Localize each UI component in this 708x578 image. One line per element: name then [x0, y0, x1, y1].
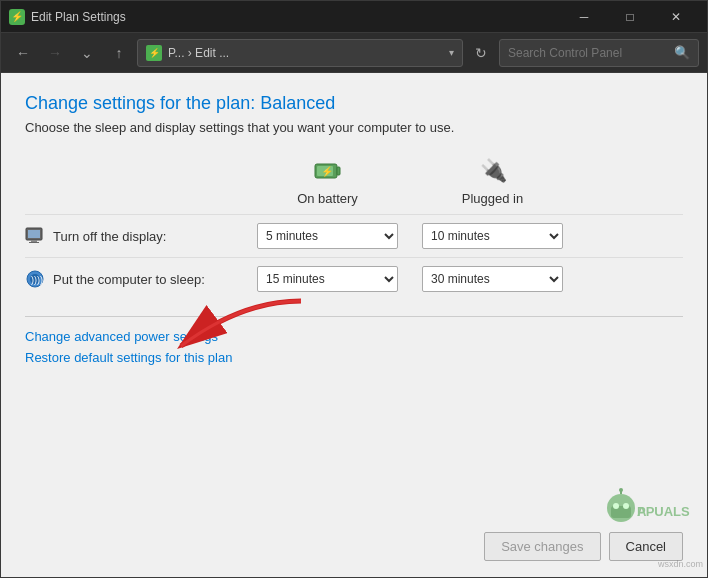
svg-text:A: A: [637, 504, 647, 519]
main-content: Change settings for the plan: Balanced C…: [1, 73, 707, 577]
display-plugged-dropdown-wrapper: 10 minutes 1 minute 2 minutes 5 minutes …: [410, 223, 575, 249]
refresh-button[interactable]: ↻: [467, 39, 495, 67]
display-plugged-select[interactable]: 10 minutes 1 minute 2 minutes 5 minutes …: [422, 223, 563, 249]
svg-rect-1: [337, 167, 340, 175]
address-text: P... › Edit ...: [168, 46, 443, 60]
column-headers: ⚡ On battery 🔌 Plugged in: [25, 155, 683, 206]
links-section: Change advanced power settings Restore d…: [25, 316, 683, 371]
page-subtitle: Choose the sleep and display settings th…: [25, 120, 683, 135]
forward-button[interactable]: →: [41, 39, 69, 67]
search-bar[interactable]: 🔍: [499, 39, 699, 67]
appuals-logo-area: PPUALS A: [601, 488, 691, 542]
address-dropdown-icon[interactable]: ▾: [449, 47, 454, 58]
sleep-icon: )))): [25, 269, 45, 289]
maximize-button[interactable]: □: [607, 1, 653, 33]
sleep-battery-dropdown-wrapper: 15 minutes 1 minute 2 minutes 5 minutes …: [245, 266, 410, 292]
minimize-button[interactable]: ─: [561, 1, 607, 33]
nav-bar: ← → ⌄ ↑ ⚡ P... › Edit ... ▾ ↻ 🔍: [1, 33, 707, 73]
dropdown-button[interactable]: ⌄: [73, 39, 101, 67]
back-button[interactable]: ←: [9, 39, 37, 67]
title-bar: ⚡ Edit Plan Settings ─ □ ✕: [1, 1, 707, 33]
plugged-column-header: 🔌 Plugged in: [410, 155, 575, 206]
svg-point-18: [619, 488, 623, 492]
advanced-power-settings-link[interactable]: Change advanced power settings: [25, 329, 683, 344]
up-button[interactable]: ↑: [105, 39, 133, 67]
sleep-label: )))) Put the computer to sleep:: [25, 269, 245, 289]
search-icon: 🔍: [674, 45, 690, 60]
page-title: Change settings for the plan: Balanced: [25, 93, 683, 114]
restore-defaults-link[interactable]: Restore default settings for this plan: [25, 350, 683, 365]
save-button[interactable]: Save changes: [484, 532, 600, 561]
watermark: wsxdn.com: [658, 559, 703, 569]
address-bar[interactable]: ⚡ P... › Edit ... ▾: [137, 39, 463, 67]
display-battery-select[interactable]: 5 minutes 1 minute 2 minutes 3 minutes 1…: [257, 223, 398, 249]
svg-point-15: [613, 503, 619, 509]
sleep-plugged-select[interactable]: 30 minutes 1 minute 5 minutes 10 minutes…: [422, 266, 563, 292]
window: ⚡ Edit Plan Settings ─ □ ✕ ← → ⌄ ↑ ⚡ P..…: [0, 0, 708, 578]
svg-text:)))): )))): [31, 275, 43, 285]
display-label-text: Turn off the display:: [53, 229, 166, 244]
sleep-setting-row: )))) Put the computer to sleep: 15 minut…: [25, 257, 683, 300]
window-controls: ─ □ ✕: [561, 1, 699, 33]
display-icon: [25, 226, 45, 246]
plugged-icon: 🔌: [477, 155, 509, 187]
display-battery-dropdown-wrapper: 5 minutes 1 minute 2 minutes 3 minutes 1…: [245, 223, 410, 249]
sleep-label-text: Put the computer to sleep:: [53, 272, 205, 287]
battery-icon: ⚡: [312, 155, 344, 187]
battery-col-label: On battery: [297, 191, 358, 206]
window-title: Edit Plan Settings: [31, 10, 561, 24]
app-icon: ⚡: [9, 9, 25, 25]
display-setting-row: Turn off the display: 5 minutes 1 minute…: [25, 214, 683, 257]
sleep-battery-select[interactable]: 15 minutes 1 minute 2 minutes 5 minutes …: [257, 266, 398, 292]
sleep-plugged-dropdown-wrapper: 30 minutes 1 minute 5 minutes 10 minutes…: [410, 266, 575, 292]
battery-column-header: ⚡ On battery: [245, 155, 410, 206]
svg-rect-7: [31, 240, 37, 242]
search-input[interactable]: [508, 46, 668, 60]
address-icon: ⚡: [146, 45, 162, 61]
display-label: Turn off the display:: [25, 226, 245, 246]
svg-text:🔌: 🔌: [480, 157, 508, 184]
svg-rect-6: [28, 230, 40, 238]
plugged-col-label: Plugged in: [462, 191, 523, 206]
svg-point-16: [623, 503, 629, 509]
svg-text:⚡: ⚡: [321, 165, 334, 178]
close-button[interactable]: ✕: [653, 1, 699, 33]
svg-rect-8: [29, 242, 39, 243]
